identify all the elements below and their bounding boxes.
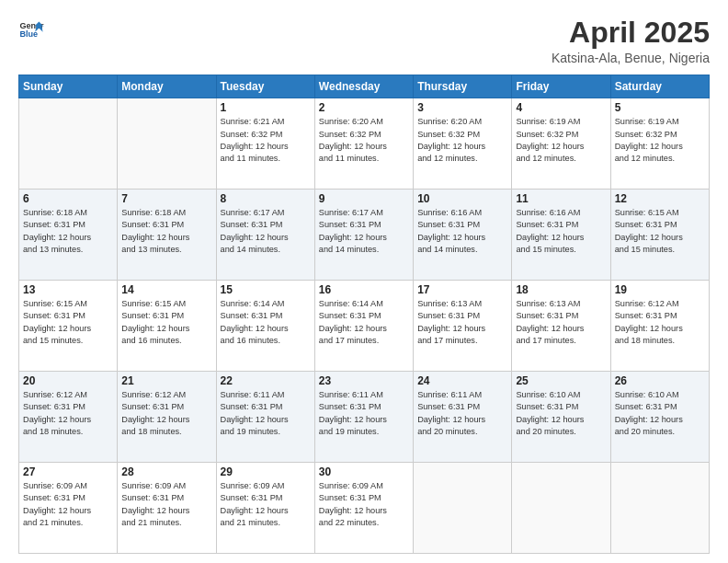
day-info: Sunrise: 6:15 AM Sunset: 6:31 PM Dayligh… xyxy=(121,298,211,347)
day-number: 11 xyxy=(516,192,606,205)
day-info: Sunrise: 6:14 AM Sunset: 6:31 PM Dayligh… xyxy=(221,298,311,347)
day-info: Sunrise: 6:12 AM Sunset: 6:31 PM Dayligh… xyxy=(23,389,113,438)
page: General Blue April 2025 Katsina-Ala, Ben… xyxy=(0,0,728,563)
day-number: 17 xyxy=(417,283,507,296)
day-number: 5 xyxy=(615,101,705,114)
calendar-cell xyxy=(19,98,118,190)
title-block: April 2025 Katsina-Ala, Benue, Nigeria xyxy=(552,17,710,65)
calendar-week-row: 6Sunrise: 6:18 AM Sunset: 6:31 PM Daylig… xyxy=(19,190,710,281)
day-number: 26 xyxy=(615,374,705,387)
day-number: 27 xyxy=(23,465,113,478)
day-number: 19 xyxy=(615,283,705,296)
day-number: 14 xyxy=(121,283,211,296)
weekday-header-saturday: Saturday xyxy=(610,75,709,98)
day-number: 18 xyxy=(516,283,606,296)
calendar-cell: 8Sunrise: 6:17 AM Sunset: 6:31 PM Daylig… xyxy=(216,190,314,281)
day-number: 2 xyxy=(319,101,409,114)
weekday-header-tuesday: Tuesday xyxy=(216,75,314,98)
day-info: Sunrise: 6:09 AM Sunset: 6:31 PM Dayligh… xyxy=(121,480,211,529)
day-info: Sunrise: 6:11 AM Sunset: 6:31 PM Dayligh… xyxy=(221,389,311,438)
day-number: 12 xyxy=(615,192,705,205)
day-info: Sunrise: 6:21 AM Sunset: 6:32 PM Dayligh… xyxy=(221,116,311,165)
calendar-cell: 20Sunrise: 6:12 AM Sunset: 6:31 PM Dayli… xyxy=(19,372,118,463)
day-info: Sunrise: 6:13 AM Sunset: 6:31 PM Dayligh… xyxy=(516,298,606,347)
day-number: 20 xyxy=(23,374,113,387)
day-info: Sunrise: 6:09 AM Sunset: 6:31 PM Dayligh… xyxy=(23,480,113,529)
day-info: Sunrise: 6:15 AM Sunset: 6:31 PM Dayligh… xyxy=(23,298,113,347)
calendar-cell: 11Sunrise: 6:16 AM Sunset: 6:31 PM Dayli… xyxy=(512,190,610,281)
calendar-cell: 4Sunrise: 6:19 AM Sunset: 6:32 PM Daylig… xyxy=(512,98,610,190)
calendar-cell: 10Sunrise: 6:16 AM Sunset: 6:31 PM Dayli… xyxy=(414,190,512,281)
header: General Blue April 2025 Katsina-Ala, Ben… xyxy=(18,17,710,65)
day-info: Sunrise: 6:09 AM Sunset: 6:31 PM Dayligh… xyxy=(319,480,409,529)
day-info: Sunrise: 6:20 AM Sunset: 6:32 PM Dayligh… xyxy=(417,116,507,165)
calendar-cell: 12Sunrise: 6:15 AM Sunset: 6:31 PM Dayli… xyxy=(610,190,709,281)
calendar-cell: 13Sunrise: 6:15 AM Sunset: 6:31 PM Dayli… xyxy=(19,281,118,372)
day-info: Sunrise: 6:17 AM Sunset: 6:31 PM Dayligh… xyxy=(319,207,409,256)
calendar-cell: 24Sunrise: 6:11 AM Sunset: 6:31 PM Dayli… xyxy=(414,372,512,463)
day-info: Sunrise: 6:11 AM Sunset: 6:31 PM Dayligh… xyxy=(319,389,409,438)
calendar-cell: 23Sunrise: 6:11 AM Sunset: 6:31 PM Dayli… xyxy=(314,372,413,463)
weekday-header-sunday: Sunday xyxy=(19,75,118,98)
calendar-cell: 15Sunrise: 6:14 AM Sunset: 6:31 PM Dayli… xyxy=(216,281,314,372)
day-number: 23 xyxy=(319,374,409,387)
calendar-cell: 5Sunrise: 6:19 AM Sunset: 6:32 PM Daylig… xyxy=(610,98,709,190)
day-number: 16 xyxy=(319,283,409,296)
calendar-cell: 30Sunrise: 6:09 AM Sunset: 6:31 PM Dayli… xyxy=(314,463,413,554)
month-title: April 2025 xyxy=(552,17,710,49)
day-number: 3 xyxy=(417,101,507,114)
day-number: 8 xyxy=(221,192,311,205)
day-info: Sunrise: 6:14 AM Sunset: 6:31 PM Dayligh… xyxy=(319,298,409,347)
calendar-cell: 22Sunrise: 6:11 AM Sunset: 6:31 PM Dayli… xyxy=(216,372,314,463)
calendar-cell: 28Sunrise: 6:09 AM Sunset: 6:31 PM Dayli… xyxy=(118,463,216,554)
calendar-week-row: 27Sunrise: 6:09 AM Sunset: 6:31 PM Dayli… xyxy=(19,463,710,554)
calendar-cell: 21Sunrise: 6:12 AM Sunset: 6:31 PM Dayli… xyxy=(118,372,216,463)
location-subtitle: Katsina-Ala, Benue, Nigeria xyxy=(552,51,710,65)
day-info: Sunrise: 6:10 AM Sunset: 6:31 PM Dayligh… xyxy=(615,389,705,438)
day-info: Sunrise: 6:15 AM Sunset: 6:31 PM Dayligh… xyxy=(615,207,705,256)
day-number: 6 xyxy=(23,192,113,205)
calendar-cell: 7Sunrise: 6:18 AM Sunset: 6:31 PM Daylig… xyxy=(118,190,216,281)
day-number: 7 xyxy=(121,192,211,205)
day-info: Sunrise: 6:09 AM Sunset: 6:31 PM Dayligh… xyxy=(221,480,311,529)
day-info: Sunrise: 6:18 AM Sunset: 6:31 PM Dayligh… xyxy=(121,207,211,256)
logo-icon: General Blue xyxy=(18,17,44,42)
calendar-cell xyxy=(610,463,709,554)
day-number: 25 xyxy=(516,374,606,387)
day-number: 13 xyxy=(23,283,113,296)
weekday-header-row: SundayMondayTuesdayWednesdayThursdayFrid… xyxy=(19,75,710,98)
day-info: Sunrise: 6:20 AM Sunset: 6:32 PM Dayligh… xyxy=(319,116,409,165)
calendar-week-row: 13Sunrise: 6:15 AM Sunset: 6:31 PM Dayli… xyxy=(19,281,710,372)
calendar-cell: 19Sunrise: 6:12 AM Sunset: 6:31 PM Dayli… xyxy=(610,281,709,372)
weekday-header-friday: Friday xyxy=(512,75,610,98)
day-number: 22 xyxy=(221,374,311,387)
day-info: Sunrise: 6:18 AM Sunset: 6:31 PM Dayligh… xyxy=(23,207,113,256)
day-info: Sunrise: 6:12 AM Sunset: 6:31 PM Dayligh… xyxy=(121,389,211,438)
day-number: 28 xyxy=(121,465,211,478)
day-info: Sunrise: 6:16 AM Sunset: 6:31 PM Dayligh… xyxy=(516,207,606,256)
day-number: 15 xyxy=(221,283,311,296)
day-info: Sunrise: 6:16 AM Sunset: 6:31 PM Dayligh… xyxy=(417,207,507,256)
calendar-cell: 26Sunrise: 6:10 AM Sunset: 6:31 PM Dayli… xyxy=(610,372,709,463)
day-number: 4 xyxy=(516,101,606,114)
calendar-cell: 17Sunrise: 6:13 AM Sunset: 6:31 PM Dayli… xyxy=(414,281,512,372)
day-number: 9 xyxy=(319,192,409,205)
calendar-cell: 14Sunrise: 6:15 AM Sunset: 6:31 PM Dayli… xyxy=(118,281,216,372)
day-number: 1 xyxy=(221,101,311,114)
calendar-cell: 27Sunrise: 6:09 AM Sunset: 6:31 PM Dayli… xyxy=(19,463,118,554)
calendar-cell: 6Sunrise: 6:18 AM Sunset: 6:31 PM Daylig… xyxy=(19,190,118,281)
calendar-cell: 16Sunrise: 6:14 AM Sunset: 6:31 PM Dayli… xyxy=(314,281,413,372)
calendar-cell: 25Sunrise: 6:10 AM Sunset: 6:31 PM Dayli… xyxy=(512,372,610,463)
day-info: Sunrise: 6:13 AM Sunset: 6:31 PM Dayligh… xyxy=(417,298,507,347)
day-info: Sunrise: 6:19 AM Sunset: 6:32 PM Dayligh… xyxy=(615,116,705,165)
day-number: 30 xyxy=(319,465,409,478)
day-info: Sunrise: 6:17 AM Sunset: 6:31 PM Dayligh… xyxy=(221,207,311,256)
day-info: Sunrise: 6:12 AM Sunset: 6:31 PM Dayligh… xyxy=(615,298,705,347)
day-info: Sunrise: 6:19 AM Sunset: 6:32 PM Dayligh… xyxy=(516,116,606,165)
calendar-cell: 2Sunrise: 6:20 AM Sunset: 6:32 PM Daylig… xyxy=(314,98,413,190)
day-number: 24 xyxy=(417,374,507,387)
calendar-cell: 29Sunrise: 6:09 AM Sunset: 6:31 PM Dayli… xyxy=(216,463,314,554)
calendar-week-row: 20Sunrise: 6:12 AM Sunset: 6:31 PM Dayli… xyxy=(19,372,710,463)
day-number: 10 xyxy=(417,192,507,205)
weekday-header-monday: Monday xyxy=(118,75,216,98)
